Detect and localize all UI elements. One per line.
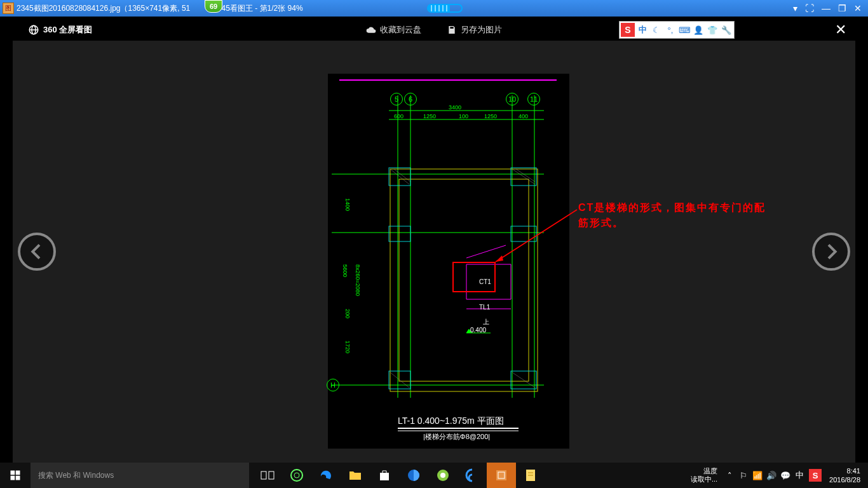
title-app: 2345看图王 - 第1/2张 94% — [213, 3, 302, 14]
tray-status-bottom: 读取中... — [691, 475, 717, 484]
tray-chevron-icon[interactable]: ˄ — [722, 463, 736, 488]
viewer-toolbar: 360 全屏看图 收藏到云盘 另存为图片 S 中 ☾ °, ⌨ 👤 👕 🔧 ✕ — [13, 19, 855, 41]
tray-status-top: 温度 — [691, 467, 717, 475]
save-icon — [447, 25, 457, 35]
window-titlebar: 图 2345截图20160828084126.jpg （1365×741像素, … — [0, 0, 868, 17]
dim-t1: 600 — [394, 113, 403, 119]
app-360-icon[interactable] — [282, 463, 311, 488]
maximize-button[interactable]: ❐ — [838, 3, 846, 13]
start-button[interactable] — [0, 463, 31, 488]
label-tl1: TL1 — [479, 304, 490, 311]
dim-t5: 400 — [519, 113, 528, 119]
annotation-box — [452, 262, 496, 292]
svg-rect-35 — [261, 471, 266, 479]
system-tray: 温度 读取中... ˄ ⚐ 📶 🔊 💬 中 S 8:41 2016/8/28 — [691, 463, 868, 488]
svg-line-21 — [394, 169, 410, 182]
tray-flag-icon[interactable]: ⚐ — [736, 463, 750, 488]
drawing-subtitle: |楼梯分布筋Φ8@200| — [423, 432, 490, 442]
svg-rect-16 — [389, 226, 410, 241]
svg-rect-33 — [11, 476, 15, 480]
ime-toolbar[interactable]: S 中 ☾ °, ⌨ 👤 👕 🔧 — [619, 21, 735, 39]
app-gjt-icon[interactable] — [487, 463, 516, 488]
dim-l4: 200 — [344, 309, 351, 318]
svg-line-23 — [516, 169, 535, 182]
ime-punct-icon[interactable]: °, — [664, 24, 677, 36]
svg-rect-17 — [511, 226, 536, 241]
dim-total: 3400 — [449, 104, 461, 111]
tray-sogou-icon[interactable]: S — [809, 469, 822, 482]
ime-keyboard-icon[interactable]: ⌨ — [678, 24, 691, 36]
tray-volume-icon[interactable]: 🔊 — [764, 463, 778, 488]
cad-drawing: 5 6 10 11 H 3400 600 1250 100 1250 400 1… — [328, 74, 569, 449]
tray-status[interactable]: 温度 读取中... — [691, 467, 717, 484]
ime-wrench-icon[interactable]: 🔧 — [720, 24, 733, 36]
search-placeholder: 搜索 Web 和 Windows — [38, 470, 114, 481]
window-controls: ▾ ⛶ — ❐ ✕ — [787, 0, 868, 17]
app-notes-icon[interactable] — [516, 463, 545, 488]
ime-logo-icon[interactable]: S — [621, 23, 635, 37]
app-browser-icon[interactable] — [399, 463, 428, 488]
save-as-button[interactable]: 另存为图片 — [447, 24, 502, 36]
globe-icon — [28, 24, 39, 36]
fullscreen-button[interactable]: ⛶ — [805, 3, 814, 13]
title-filename: 2345截图20160828084126.jpg — [17, 3, 120, 14]
viewer-close-button[interactable]: ✕ — [835, 22, 846, 38]
dim-l3: 5600 — [342, 264, 348, 277]
app-icon: 图 — [3, 3, 14, 14]
prev-image-button[interactable] — [18, 233, 56, 271]
cloud-icon — [366, 25, 376, 35]
svg-rect-36 — [269, 471, 274, 479]
dim-l1: 1400 — [344, 198, 351, 211]
app-store-icon[interactable] — [370, 463, 399, 488]
tray-wifi-icon[interactable]: 📶 — [750, 463, 764, 488]
taskview-icon[interactable] — [253, 463, 282, 488]
svg-line-22 — [512, 169, 535, 184]
cad-svg — [328, 74, 569, 449]
grid-mark-6: 6 — [404, 93, 417, 105]
tray-lang-icon[interactable]: 中 — [792, 463, 806, 488]
save-cloud-button[interactable]: 收藏到云盘 — [366, 24, 421, 36]
grid-mark-5: 5 — [390, 93, 403, 105]
fps-badge: 69 — [205, 0, 222, 13]
taskbar-apps — [253, 463, 545, 488]
dim-t3: 100 — [459, 113, 468, 119]
taskbar-search[interactable]: 搜索 Web 和 Windows — [31, 463, 249, 488]
save-cloud-label: 收藏到云盘 — [380, 24, 421, 36]
arrow-right-icon — [821, 241, 841, 262]
grid-mark-10: 10 — [506, 93, 519, 105]
dim-l5: 1720 — [344, 341, 351, 353]
save-as-label: 另存为图片 — [461, 24, 502, 36]
tray-clock[interactable]: 8:41 2016/8/28 — [824, 466, 865, 485]
app-360se-icon[interactable] — [428, 463, 458, 488]
ime-user-icon[interactable]: 👤 — [692, 24, 705, 36]
svg-point-41 — [440, 473, 445, 478]
image-viewport: 5 6 10 11 H 3400 600 1250 100 1250 400 1… — [13, 41, 855, 463]
viewer-logo-text: 360 全屏看图 — [43, 24, 92, 36]
ime-skin-icon[interactable]: 👕 — [706, 24, 719, 36]
app-swirl-icon[interactable] — [458, 463, 487, 488]
ime-moon-icon[interactable]: ☾ — [650, 24, 663, 36]
annotation-line1: CT是楼梯的形式，图集中有专门的配 — [578, 200, 820, 215]
svg-point-37 — [291, 470, 302, 481]
dropdown-button[interactable]: ▾ — [793, 3, 797, 13]
annotation-text: CT是楼梯的形式，图集中有专门的配 筋形式。 — [578, 200, 820, 231]
svg-rect-42 — [496, 470, 506, 480]
dim-l2: 8x260=2080 — [355, 264, 361, 296]
svg-line-20 — [390, 169, 409, 184]
arrow-left-icon — [27, 241, 47, 262]
annotation-line2: 筋形式。 — [578, 215, 820, 231]
drawing-title: LT-1 0.400~1.975m 平面图 — [398, 416, 504, 427]
svg-rect-31 — [11, 471, 15, 475]
close-button[interactable]: ✕ — [854, 3, 862, 13]
svg-rect-34 — [16, 476, 20, 480]
progress-indicator — [427, 4, 463, 13]
ime-lang-icon[interactable]: 中 — [636, 24, 649, 36]
app-explorer-icon[interactable] — [341, 463, 370, 488]
app-edge-icon[interactable] — [311, 463, 341, 488]
label-level: 0.400 — [470, 327, 486, 334]
svg-rect-32 — [16, 471, 20, 475]
minimize-button[interactable]: — — [822, 3, 831, 13]
next-image-button[interactable] — [812, 233, 850, 271]
title-details: （1365×741像素, 51 — [120, 3, 190, 14]
tray-notif-icon[interactable]: 💬 — [778, 463, 792, 488]
